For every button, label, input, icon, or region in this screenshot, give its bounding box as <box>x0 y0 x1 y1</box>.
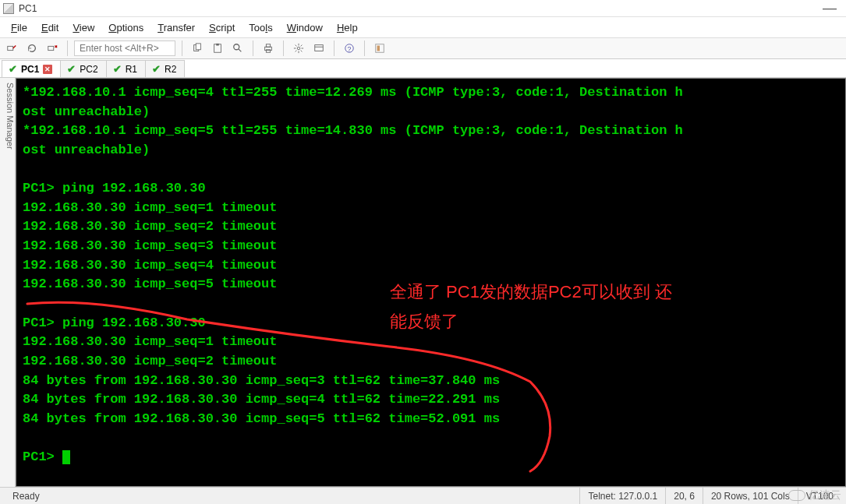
toolbar: ? <box>0 37 846 59</box>
svg-rect-5 <box>216 44 219 46</box>
session-icon[interactable] <box>310 40 327 57</box>
tab-label: PC1 <box>21 64 39 75</box>
tab-label: PC2 <box>80 64 97 75</box>
side-panel-label: Session Manager <box>5 83 15 150</box>
menu-file[interactable]: File <box>5 19 34 36</box>
cloud-icon <box>788 490 805 501</box>
svg-rect-1 <box>48 46 54 50</box>
titlebar: PC1 — <box>0 0 846 17</box>
tab-label: R1 <box>126 64 137 75</box>
check-icon: ✔ <box>67 63 76 75</box>
menu-transfer[interactable]: Transfer <box>151 19 201 36</box>
minimize-button[interactable]: — <box>816 0 843 16</box>
menu-script[interactable]: Script <box>203 19 241 36</box>
main-area: Session Manager *192.168.10.1 icmp_seq=4… <box>0 78 846 487</box>
svg-rect-16 <box>377 46 381 51</box>
find-icon[interactable] <box>229 40 246 57</box>
print-icon[interactable] <box>260 40 277 57</box>
annotation-text-2: 能反馈了 <box>390 308 458 334</box>
tab-pc1[interactable]: ✔ PC1 ✕ <box>2 60 61 77</box>
svg-point-10 <box>297 47 300 50</box>
watermark-text: 亿速云 <box>809 488 841 502</box>
tab-r1[interactable]: ✔ R1 <box>106 60 146 77</box>
copy-icon[interactable] <box>189 40 206 57</box>
tab-r2[interactable]: ✔ R2 <box>145 60 185 77</box>
settings-icon[interactable] <box>290 40 307 57</box>
paste-icon[interactable] <box>209 40 226 57</box>
check-icon: ✔ <box>152 63 161 75</box>
close-icon[interactable]: ✕ <box>43 65 52 74</box>
status-ready: Ready <box>5 488 579 504</box>
menu-view[interactable]: View <box>66 19 101 36</box>
tab-label: R2 <box>165 64 176 75</box>
svg-rect-3 <box>196 44 200 50</box>
menubar: File Edit View Options Transfer Script T… <box>0 17 846 37</box>
menu-help[interactable]: Help <box>331 19 364 36</box>
connect-icon[interactable] <box>3 40 20 57</box>
reconnect-icon[interactable] <box>23 40 41 57</box>
help-icon[interactable]: ? <box>341 40 358 57</box>
tab-pc2[interactable]: ✔ PC2 <box>60 60 106 77</box>
annotation-text-1: 全通了 PC1发的数据PC2可以收到 还 <box>390 279 672 305</box>
menu-tools[interactable]: Tools <box>242 19 278 36</box>
window-title: PC1 <box>19 3 37 14</box>
host-input[interactable] <box>74 41 175 56</box>
svg-rect-8 <box>266 44 270 48</box>
status-position: 20, 6 <box>665 488 703 504</box>
status-dimensions: 20 Rows, 101 Cols <box>703 488 798 504</box>
svg-rect-0 <box>8 46 13 50</box>
toggle-icon[interactable] <box>371 40 388 57</box>
disconnect-icon[interactable] <box>44 40 61 57</box>
svg-text:?: ? <box>348 45 352 53</box>
svg-rect-11 <box>315 45 324 51</box>
menu-window[interactable]: Window <box>281 19 329 36</box>
session-manager-panel[interactable]: Session Manager <box>0 78 16 487</box>
status-connection: Telnet: 127.0.0.1 <box>579 488 665 504</box>
menu-edit[interactable]: Edit <box>35 19 65 36</box>
check-icon: ✔ <box>9 63 17 75</box>
tabbar: ✔ PC1 ✕ ✔ PC2 ✔ R1 ✔ R2 <box>0 59 846 78</box>
check-icon: ✔ <box>113 63 122 75</box>
statusbar: Ready Telnet: 127.0.0.1 20, 6 20 Rows, 1… <box>0 487 846 504</box>
menu-options[interactable]: Options <box>102 19 150 36</box>
svg-point-6 <box>234 44 239 50</box>
app-icon <box>3 3 14 14</box>
watermark: 亿速云 <box>788 488 841 502</box>
